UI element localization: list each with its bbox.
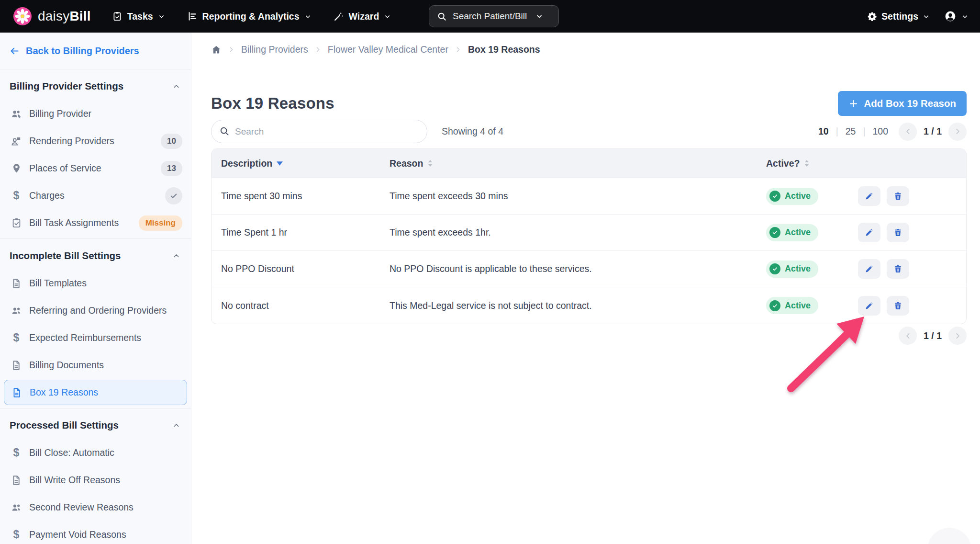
back-to-billing-providers-link[interactable]: Back to Billing Providers bbox=[0, 33, 191, 69]
nav-reporting-label: Reporting & Analytics bbox=[202, 11, 300, 22]
pencil-icon bbox=[864, 227, 874, 238]
sidebar-item-label: Billing Provider bbox=[29, 108, 91, 119]
settings-sidebar: Back to Billing Providers Billing Provid… bbox=[0, 33, 191, 544]
gear-icon bbox=[867, 11, 877, 22]
document-icon bbox=[10, 278, 23, 289]
delete-button[interactable] bbox=[887, 223, 909, 242]
next-page-button[interactable] bbox=[948, 327, 967, 345]
sidebar-item-label: Bill Close: Automatic bbox=[29, 447, 114, 458]
delete-button[interactable] bbox=[887, 186, 909, 206]
section-billing-provider-settings: Billing Provider Settings Billing Provid… bbox=[0, 69, 191, 239]
table-row: No contract This Med-Legal service is no… bbox=[212, 287, 966, 324]
home-icon[interactable] bbox=[211, 45, 222, 55]
sidebar-item-payment-void-reasons[interactable]: $ Payment Void Reasons bbox=[0, 521, 191, 544]
count-badge: 10 bbox=[161, 134, 182, 149]
section-header-processed-bill-settings[interactable]: Processed Bill Settings bbox=[0, 411, 191, 439]
sidebar-item-box-19-reasons[interactable]: Box 19 Reasons bbox=[4, 380, 187, 405]
users-icon bbox=[10, 305, 23, 317]
section-header-billing-provider-settings[interactable]: Billing Provider Settings bbox=[0, 72, 191, 100]
arrow-left-icon bbox=[10, 46, 20, 56]
nav-reporting-analytics[interactable]: Reporting & Analytics bbox=[187, 11, 312, 22]
account-menu[interactable] bbox=[944, 10, 969, 23]
table-search bbox=[211, 120, 427, 143]
check-circle-icon bbox=[769, 191, 780, 202]
chevron-down-icon bbox=[923, 13, 930, 20]
breadcrumb-current-page: Box 19 Reasons bbox=[468, 44, 540, 55]
chevron-up-icon bbox=[172, 252, 180, 260]
edit-button[interactable] bbox=[858, 259, 880, 279]
table-header-row: Description Reason Active? bbox=[212, 149, 966, 178]
brand-logo[interactable]: daisyBill bbox=[13, 7, 91, 25]
back-link-label: Back to Billing Providers bbox=[26, 45, 139, 57]
sidebar-item-label: Payment Void Reasons bbox=[29, 529, 126, 540]
settings-label: Settings bbox=[881, 11, 918, 22]
edit-button[interactable] bbox=[858, 223, 880, 242]
search-icon bbox=[437, 11, 447, 22]
document-icon bbox=[10, 360, 23, 371]
status-badge: Active bbox=[766, 224, 818, 241]
sidebar-item-bill-write-off-reasons[interactable]: Bill Write Off Reasons bbox=[0, 466, 191, 494]
sort-icon bbox=[804, 159, 810, 167]
breadcrumb: Billing Providers Flower Valley Medical … bbox=[211, 44, 540, 55]
user-avatar-icon bbox=[944, 10, 957, 23]
search-input[interactable] bbox=[211, 120, 427, 143]
page-size-100[interactable]: 100 bbox=[873, 126, 889, 137]
sidebar-item-second-review-reasons[interactable]: Second Review Reasons bbox=[0, 494, 191, 521]
sidebar-item-places-of-service[interactable]: Places of Service 13 bbox=[0, 155, 191, 182]
prev-page-button[interactable] bbox=[899, 123, 917, 141]
pencil-icon bbox=[864, 264, 874, 274]
brand-name: daisyBill bbox=[38, 9, 91, 24]
status-label: Active bbox=[785, 191, 811, 201]
sidebar-item-referring-and-ordering-providers[interactable]: Referring and Ordering Providers bbox=[0, 297, 191, 324]
cell-description: Time Spent 1 hr bbox=[212, 227, 380, 238]
column-header-active[interactable]: Active? bbox=[757, 158, 848, 169]
sidebar-item-charges[interactable]: $ Charges bbox=[0, 182, 191, 209]
prev-page-button[interactable] bbox=[899, 327, 917, 345]
wand-icon bbox=[334, 11, 344, 22]
page-size-25[interactable]: 25 bbox=[846, 126, 856, 137]
nav-wizard[interactable]: Wizard bbox=[334, 11, 391, 22]
sidebar-item-expected-reimbursements[interactable]: $ Expected Reimbursements bbox=[0, 324, 191, 351]
sidebar-item-label: Billing Documents bbox=[29, 360, 104, 371]
sidebar-item-bill-task-assignments[interactable]: Bill Task Assignments Missing bbox=[0, 209, 191, 237]
top-navbar: daisyBill Tasks Reporting & Analytics Wi… bbox=[0, 0, 980, 33]
breadcrumb-flower-valley-medical-center[interactable]: Flower Valley Medical Center bbox=[328, 44, 448, 55]
bottom-pager: 1 / 1 bbox=[899, 327, 967, 345]
nav-settings[interactable]: Settings bbox=[867, 11, 930, 22]
edit-button[interactable] bbox=[858, 186, 880, 206]
breadcrumb-billing-providers[interactable]: Billing Providers bbox=[241, 44, 308, 55]
section-header-incomplete-bill-settings[interactable]: Incomplete Bill Settings bbox=[0, 242, 191, 270]
nav-wizard-label: Wizard bbox=[349, 11, 379, 22]
delete-button[interactable] bbox=[887, 259, 909, 279]
chevron-down-icon bbox=[961, 13, 969, 20]
global-search-button[interactable]: Search Patient/Bill bbox=[429, 5, 559, 27]
section-title: Billing Provider Settings bbox=[10, 80, 123, 92]
column-header-description[interactable]: Description bbox=[212, 158, 380, 169]
status-badge: Active bbox=[766, 188, 818, 205]
sidebar-item-label: Bill Templates bbox=[29, 278, 87, 289]
sidebar-item-bill-templates[interactable]: Bill Templates bbox=[0, 270, 191, 297]
sidebar-item-label: Referring and Ordering Providers bbox=[29, 305, 167, 316]
section-incomplete-bill-settings: Incomplete Bill Settings Bill Templates … bbox=[0, 239, 191, 408]
edit-button[interactable] bbox=[858, 296, 880, 316]
chevron-down-icon bbox=[384, 13, 391, 20]
sort-desc-icon bbox=[277, 161, 283, 166]
nav-tasks[interactable]: Tasks bbox=[112, 11, 165, 22]
table-row: Time Spent 1 hr Time spent exceeds 1hr. … bbox=[212, 215, 966, 251]
sort-icon bbox=[427, 159, 433, 167]
column-header-reason[interactable]: Reason bbox=[380, 158, 757, 169]
add-box-19-reason-button[interactable]: Add Box 19 Reason bbox=[838, 91, 967, 116]
sidebar-item-billing-documents[interactable]: Billing Documents bbox=[0, 351, 191, 379]
section-processed-bill-settings: Processed Bill Settings $ Bill Close: Au… bbox=[0, 408, 191, 544]
page-size-10[interactable]: 10 bbox=[818, 126, 829, 137]
cell-description: Time spent 30 mins bbox=[212, 191, 380, 202]
add-button-label: Add Box 19 Reason bbox=[864, 98, 956, 109]
sidebar-item-rendering-providers[interactable]: Rendering Providers 10 bbox=[0, 127, 191, 155]
sidebar-item-billing-provider[interactable]: Billing Provider bbox=[0, 100, 191, 127]
document-icon bbox=[10, 387, 23, 398]
next-page-button[interactable] bbox=[948, 123, 967, 141]
delete-button[interactable] bbox=[887, 296, 909, 316]
check-circle-icon bbox=[769, 227, 780, 238]
sidebar-item-bill-close-automatic[interactable]: $ Bill Close: Automatic bbox=[0, 439, 191, 466]
table-row: Time spent 30 mins Time spent exceeds 30… bbox=[212, 178, 966, 215]
